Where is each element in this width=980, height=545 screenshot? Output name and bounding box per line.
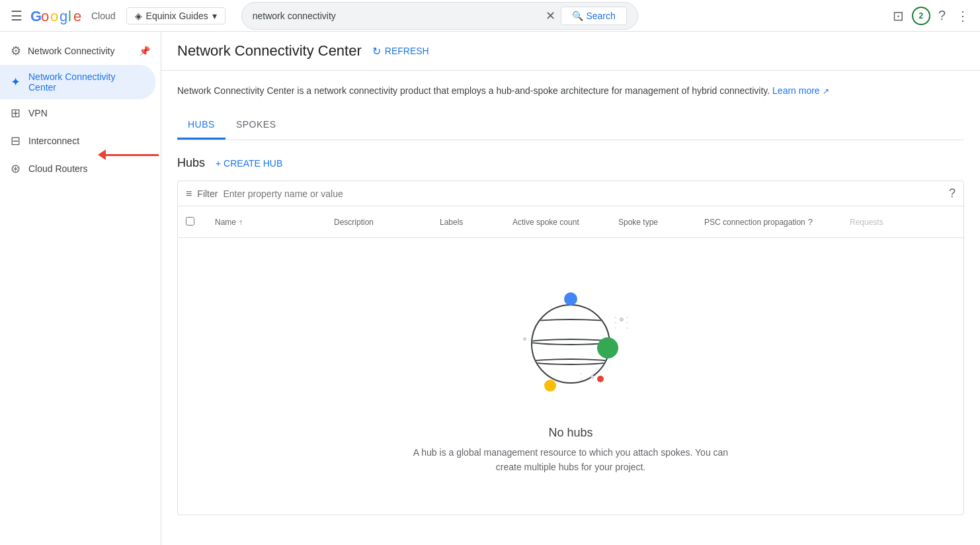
network-connectivity-icon: ⚙ <box>11 44 21 58</box>
sort-icon[interactable]: ↑ <box>239 218 243 227</box>
more-options-icon[interactable]: ⋮ <box>954 5 972 26</box>
arrow-annotation <box>98 149 159 160</box>
pin-icon[interactable]: 📌 <box>139 46 150 56</box>
sidebar-item-label-interconnect: Interconnect <box>28 136 79 146</box>
page-description: Network Connectivity Center is a network… <box>177 84 964 98</box>
filter-help-icon[interactable]: ? <box>949 187 956 200</box>
dot-red <box>597 376 604 382</box>
sidebar-section-header: ⚙ Network Connectivity 📌 <box>0 37 161 65</box>
sidebar-item-vpn[interactable]: ⊞ VPN <box>0 99 155 127</box>
empty-title: No hubs <box>548 426 592 440</box>
content-area: Network Connectivity Center is a network… <box>161 71 980 528</box>
psc-help-icon[interactable]: ? <box>808 217 813 227</box>
th-spoke-type: Spoke type <box>613 218 699 227</box>
svg-text:o: o <box>50 8 58 24</box>
svg-text:e: e <box>73 8 81 24</box>
page-title: Network Connectivity Center <box>177 42 362 60</box>
layout: ⚙ Network Connectivity 📌 ✦ Network Conne… <box>0 32 980 545</box>
empty-state: · ·· ·· · · ·· · No hubs A hub is a glob… <box>178 238 963 515</box>
table-panel: ≡ Filter ? Name ↑ <box>177 181 964 515</box>
topbar-right: ⊡ 2 ? ⋮ <box>890 5 972 26</box>
tab-spokes[interactable]: SPOKES <box>225 111 287 140</box>
learn-more-link[interactable]: Learn more ↗ <box>772 85 829 96</box>
hubs-title: Hubs <box>177 156 205 170</box>
tab-hubs[interactable]: HUBS <box>177 111 225 140</box>
dots-pattern-1: · ·· ·· · <box>614 314 632 330</box>
filter-label: Filter <box>197 189 218 199</box>
topbar: ☰ G o o g l e Cloud ◈ Equinix Guides ▾ ✕… <box>0 0 980 32</box>
table-header: Name ↑ Description Labels Active spoke c… <box>178 206 963 238</box>
th-labels: Labels <box>434 218 507 227</box>
empty-description: A hub is a global management resource to… <box>412 445 729 475</box>
svg-text:l: l <box>68 8 71 24</box>
hubs-section: Hubs + CREATE HUB ≡ Filter ? <box>177 156 964 515</box>
search-button[interactable]: 🔍 Search <box>561 7 626 25</box>
th-psc: PSC connection propagation ? <box>699 217 844 227</box>
ncc-icon: ✦ <box>11 75 20 89</box>
empty-illustration: · ·· ·· · · ·· · <box>505 278 637 410</box>
main-header: Network Connectivity Center ↻ REFRESH <box>161 32 980 71</box>
google-cloud-logo[interactable]: G o o g l e Cloud <box>30 7 116 25</box>
arrow-head <box>98 149 106 160</box>
cloud-routers-icon: ⊛ <box>11 161 20 176</box>
dots-pattern-2: · ·· · <box>579 370 597 381</box>
search-icon: 🔍 <box>572 11 583 21</box>
search-clear-icon[interactable]: ✕ <box>546 9 555 23</box>
tabs: HUBS SPOKES <box>177 111 964 140</box>
svg-text:g: g <box>60 8 67 24</box>
dot-green <box>597 337 618 358</box>
google-cloud-wordmark: G o o g l e <box>30 7 87 25</box>
svg-text:G: G <box>30 8 42 24</box>
external-link-icon: ↗ <box>823 87 829 96</box>
filter-input[interactable] <box>223 189 944 199</box>
dot-yellow <box>544 380 556 392</box>
main-content: Network Connectivity Center ↻ REFRESH Ne… <box>161 32 980 545</box>
notification-badge[interactable]: 2 <box>912 7 930 25</box>
th-name: Name ↑ <box>210 218 329 227</box>
refresh-icon: ↻ <box>372 45 381 58</box>
create-hub-button[interactable]: + CREATE HUB <box>216 158 282 169</box>
search-input[interactable] <box>253 11 546 21</box>
filter-icon: ≡ <box>186 188 192 200</box>
arrow-line <box>106 154 159 156</box>
cloud-label: Cloud <box>91 11 116 21</box>
hubs-header: Hubs + CREATE HUB <box>177 156 964 170</box>
menu-icon[interactable]: ☰ <box>8 5 25 26</box>
interconnect-icon: ⊟ <box>11 134 20 148</box>
project-dropdown-icon: ▾ <box>212 11 217 21</box>
th-description: Description <box>329 218 434 227</box>
refresh-button[interactable]: ↻ REFRESH <box>372 45 429 58</box>
svg-text:o: o <box>41 8 49 24</box>
vpn-icon: ⊞ <box>11 106 20 120</box>
sidebar-item-ncc[interactable]: ✦ Network Connectivity Center <box>0 65 155 99</box>
help-icon[interactable]: ? <box>936 5 948 26</box>
sidebar: ⚙ Network Connectivity 📌 ✦ Network Conne… <box>0 32 161 545</box>
sidebar-item-label-ncc: Network Connectivity Center <box>28 71 145 93</box>
dot-blue <box>564 292 577 306</box>
sidebar-item-label-vpn: VPN <box>28 108 48 118</box>
th-spoke-count: Active spoke count <box>507 218 613 227</box>
fullscreen-icon[interactable]: ⊡ <box>890 5 907 26</box>
project-name: Equinix Guides <box>146 11 208 21</box>
filter-bar: ≡ Filter ? <box>178 181 963 206</box>
th-checkbox-cell <box>186 217 210 228</box>
select-all-checkbox[interactable] <box>186 217 194 226</box>
dot-gray-3 <box>523 337 526 341</box>
search-bar: ✕ 🔍 Search <box>241 2 638 30</box>
th-requests: Requests <box>844 218 924 227</box>
project-selector[interactable]: ◈ Equinix Guides ▾ <box>126 7 225 24</box>
sidebar-item-label-cloud-routers: Cloud Routers <box>28 163 88 174</box>
sidebar-section-title: Network Connectivity <box>28 46 115 56</box>
